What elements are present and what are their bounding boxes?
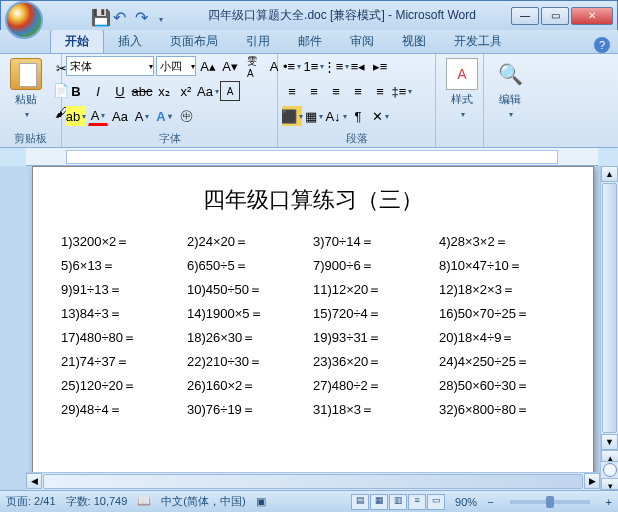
subscript-icon[interactable]: x₂ xyxy=(154,81,174,101)
bold-icon[interactable]: B xyxy=(66,81,86,101)
zoom-slider[interactable] xyxy=(510,500,590,504)
tab-references[interactable]: 引用 xyxy=(232,30,284,53)
minimize-button[interactable]: — xyxy=(511,7,539,25)
paste-button[interactable]: 粘贴 xyxy=(4,56,48,121)
zoom-out-icon[interactable]: − xyxy=(487,496,493,508)
tab-view[interactable]: 视图 xyxy=(388,30,440,53)
problem-item: 29)48÷4＝ xyxy=(61,401,187,419)
distribute-icon[interactable]: ≡ xyxy=(370,81,390,101)
scroll-down-icon[interactable]: ▼ xyxy=(601,434,618,450)
group-paragraph: •≡ 1≡ ⋮≡ ≡◂ ▸≡ ≡ ≡ ≡ ≡ ≡ ‡≡ ⬛ ▦ A↓ ¶ ✕ xyxy=(278,54,436,147)
tab-home[interactable]: 开始 xyxy=(50,29,104,53)
quick-access-toolbar: 💾 ↶ ↷ xyxy=(91,8,173,24)
problem-item: 32)6×800÷80＝ xyxy=(439,401,565,419)
align-left-icon[interactable]: ≡ xyxy=(282,81,302,101)
font-name-select[interactable]: 宋体▾ xyxy=(66,56,154,76)
group-label-styles xyxy=(440,133,479,147)
shading-icon[interactable]: ⬛ xyxy=(282,106,302,126)
char-shading-icon[interactable]: Aa xyxy=(110,106,130,126)
macro-record-icon[interactable]: ▣ xyxy=(256,495,266,508)
italic-icon[interactable]: I xyxy=(88,81,108,101)
text-effect-icon[interactable]: A xyxy=(154,106,174,126)
strike-icon[interactable]: abc xyxy=(132,81,152,101)
print-layout-icon[interactable]: ▤ xyxy=(351,494,369,510)
editing-dropdown-icon[interactable] xyxy=(507,107,513,119)
tab-mailings[interactable]: 邮件 xyxy=(284,30,336,53)
decrease-indent-icon[interactable]: ≡◂ xyxy=(348,56,368,76)
help-icon[interactable]: ? xyxy=(594,37,610,53)
scroll-up-icon[interactable]: ▲ xyxy=(601,166,618,182)
status-language[interactable]: 中文(简体，中国) xyxy=(161,494,245,509)
shrink-font-icon[interactable]: A▾ xyxy=(220,56,240,76)
asian-layout-icon[interactable]: ㊥ xyxy=(176,106,196,126)
change-case-icon[interactable]: Aa xyxy=(198,81,218,101)
phonetic-guide-icon[interactable]: 雯A xyxy=(242,56,262,76)
spell-check-icon[interactable]: 📖 xyxy=(137,495,151,508)
group-font: 宋体▾ 小四▾ A▴ A▾ 雯A A B I U abc x₂ x² Aa A … xyxy=(62,54,278,147)
bullets-icon[interactable]: •≡ xyxy=(282,56,302,76)
close-button[interactable]: ✕ xyxy=(571,7,613,25)
problem-item: 16)50×70÷25＝ xyxy=(439,305,565,323)
full-screen-icon[interactable]: ▦ xyxy=(370,494,388,510)
align-right-icon[interactable]: ≡ xyxy=(326,81,346,101)
styles-dropdown-icon[interactable] xyxy=(459,107,465,119)
problem-item: 8)10×47÷10＝ xyxy=(439,257,565,275)
undo-icon[interactable]: ↶ xyxy=(113,8,129,24)
status-words[interactable]: 字数: 10,749 xyxy=(66,494,128,509)
borders-icon[interactable]: ▦ xyxy=(304,106,324,126)
next-page-icon[interactable]: ▾ xyxy=(601,478,618,490)
office-button[interactable] xyxy=(5,1,43,39)
grow-font-icon[interactable]: A▴ xyxy=(198,56,218,76)
redo-icon[interactable]: ↷ xyxy=(135,8,151,24)
zoom-slider-thumb[interactable] xyxy=(546,496,554,508)
horizontal-ruler[interactable] xyxy=(26,148,598,166)
document-page[interactable]: 四年级口算练习（三） 1)3200×2＝2)24×20＝3)70÷14＝4)28… xyxy=(32,166,594,490)
titlebar: 💾 ↶ ↷ 四年级口算题大全.doc [兼容模式] - Microsoft Wo… xyxy=(0,0,618,30)
increase-indent-icon[interactable]: ▸≡ xyxy=(370,56,390,76)
hscroll-thumb[interactable] xyxy=(43,474,583,489)
draft-icon[interactable]: ▭ xyxy=(427,494,445,510)
highlight-icon[interactable]: ab xyxy=(66,106,86,126)
editing-button[interactable]: 🔍 编辑 xyxy=(488,56,532,121)
enclose-char-icon[interactable]: A xyxy=(132,106,152,126)
tab-insert[interactable]: 插入 xyxy=(104,30,156,53)
tab-layout[interactable]: 页面布局 xyxy=(156,30,232,53)
tab-developer[interactable]: 开发工具 xyxy=(440,30,516,53)
maximize-button[interactable]: ▭ xyxy=(541,7,569,25)
font-size-select[interactable]: 小四▾ xyxy=(156,56,196,76)
scroll-left-icon[interactable]: ◀ xyxy=(26,473,42,489)
prev-page-icon[interactable]: ▴ xyxy=(601,450,618,462)
save-icon[interactable]: 💾 xyxy=(91,8,107,24)
paste-dropdown-icon[interactable] xyxy=(23,107,29,119)
underline-icon[interactable]: U xyxy=(110,81,130,101)
vertical-scrollbar[interactable]: ▲ ▼ ▴ ▾ xyxy=(600,166,618,490)
show-marks-icon[interactable]: ¶ xyxy=(348,106,368,126)
styles-button[interactable]: A 样式 xyxy=(440,56,484,121)
scroll-right-icon[interactable]: ▶ xyxy=(584,473,600,489)
status-zoom[interactable]: 90% xyxy=(455,496,477,508)
problem-item: 26)160×2＝ xyxy=(187,377,313,395)
web-layout-icon[interactable]: ▥ xyxy=(389,494,407,510)
status-page[interactable]: 页面: 2/41 xyxy=(6,494,56,509)
vertical-ruler[interactable] xyxy=(0,166,26,490)
font-color-icon[interactable]: A xyxy=(88,106,108,126)
superscript-icon[interactable]: x² xyxy=(176,81,196,101)
select-browse-icon[interactable] xyxy=(603,463,617,477)
outline-icon[interactable]: ≡ xyxy=(408,494,426,510)
char-border-icon[interactable]: A xyxy=(220,81,240,101)
sort-icon[interactable]: A↓ xyxy=(326,106,346,126)
font-name-value: 宋体 xyxy=(70,59,92,74)
problem-item: 23)36×20＝ xyxy=(313,353,439,371)
multilevel-icon[interactable]: ⋮≡ xyxy=(326,56,346,76)
ribbon-tabs: 开始 插入 页面布局 引用 邮件 审阅 视图 开发工具 ? xyxy=(0,30,618,54)
tab-review[interactable]: 审阅 xyxy=(336,30,388,53)
horizontal-scrollbar[interactable]: ◀ ▶ xyxy=(26,472,600,490)
asian-text-icon[interactable]: ✕ xyxy=(370,106,390,126)
zoom-in-icon[interactable]: + xyxy=(606,496,612,508)
scroll-thumb[interactable] xyxy=(602,183,617,433)
numbering-icon[interactable]: 1≡ xyxy=(304,56,324,76)
align-center-icon[interactable]: ≡ xyxy=(304,81,324,101)
justify-icon[interactable]: ≡ xyxy=(348,81,368,101)
qat-customize-icon[interactable] xyxy=(157,8,173,24)
line-spacing-icon[interactable]: ‡≡ xyxy=(392,81,412,101)
